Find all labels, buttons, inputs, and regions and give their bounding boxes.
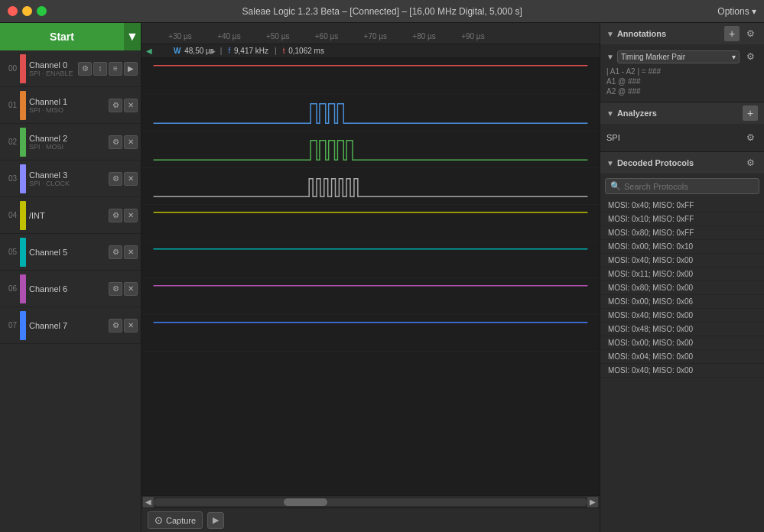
analyzer-item-spi: SPI ⚙ xyxy=(606,127,758,148)
ch-remove-3[interactable]: ✕ xyxy=(124,172,138,186)
scrollbar-thumb[interactable] xyxy=(284,498,327,506)
capture-arrow-button[interactable]: ▶ xyxy=(207,512,224,529)
ch-settings-0[interactable]: ⚙ xyxy=(78,62,92,76)
time-ruler: +30 µs+40 µs+50 µs+60 µs+70 µs+80 µs+90 … xyxy=(141,23,600,44)
search-protocols-input[interactable] xyxy=(624,182,754,191)
channel-name-0: Channel 0 xyxy=(29,60,78,70)
annotations-content: ▼ Timing Marker Pair ▾ ⚙ | A1 - A2 | = #… xyxy=(600,44,764,102)
annotations-collapse-icon[interactable]: ▼ xyxy=(606,30,614,38)
ch-remove-2[interactable]: ✕ xyxy=(124,135,138,149)
waveform-rows xyxy=(141,58,600,495)
scroll-left-btn[interactable]: ◀ xyxy=(143,497,154,508)
channel-name-4: /INT xyxy=(29,211,109,220)
channel-controls-2: ⚙✕ xyxy=(109,135,138,149)
waveform-row-3 xyxy=(141,168,600,205)
waveform-row-6 xyxy=(141,278,600,315)
protocol-item[interactable]: MOSI: 0x40; MISO: 0xFF xyxy=(600,199,764,212)
search-protocols-box[interactable]: 🔍 xyxy=(605,178,759,194)
timing-marker-dropdown[interactable]: Timing Marker Pair ▾ xyxy=(617,50,740,63)
protocol-item[interactable]: MOSI: 0x00; MISO: 0x00 xyxy=(600,336,764,350)
analyzer-gear-button[interactable]: ⚙ xyxy=(743,130,758,145)
channel-controls-7: ⚙✕ xyxy=(109,319,138,332)
waveform-panel: +30 µs+40 µs+50 µs+60 µs+70 µs+80 µs+90 … xyxy=(141,23,600,532)
channel-controls-5: ⚙✕ xyxy=(109,245,138,259)
channel-indicator-3 xyxy=(20,164,26,193)
channel-num-6: 06 xyxy=(3,284,17,293)
protocol-item[interactable]: MOSI: 0x11; MISO: 0x00 xyxy=(600,268,764,281)
capture-label: Capture xyxy=(166,516,196,525)
ch-remove-0[interactable]: ▶ xyxy=(124,62,138,76)
decoded-collapse-icon[interactable]: ▼ xyxy=(606,159,614,167)
channel-num-0: 00 xyxy=(3,64,17,73)
waveform-row-4 xyxy=(141,205,600,242)
ch-btn-b0[interactable]: ↕ xyxy=(93,62,107,76)
protocol-item[interactable]: MOSI: 0x80; MISO: 0x00 xyxy=(600,281,764,295)
ch-settings-6[interactable]: ⚙ xyxy=(109,282,122,296)
minimize-btn[interactable] xyxy=(22,6,32,16)
ch-settings-1[interactable]: ⚙ xyxy=(109,99,122,112)
channel-num-2: 02 xyxy=(3,138,17,146)
ch-settings-7[interactable]: ⚙ xyxy=(109,319,122,332)
close-btn[interactable] xyxy=(8,6,18,16)
decoded-gear-button[interactable]: ⚙ xyxy=(743,155,758,170)
timing-gear-button[interactable]: ⚙ xyxy=(743,49,758,64)
waveform-row-7 xyxy=(141,315,600,352)
channel-name-6: Channel 6 xyxy=(29,284,109,294)
protocol-item[interactable]: MOSI: 0x40; MISO: 0x00 xyxy=(600,254,764,268)
ch-settings-3[interactable]: ⚙ xyxy=(109,172,122,186)
channel-info-5: Channel 5 xyxy=(29,248,109,257)
ch-remove-4[interactable]: ✕ xyxy=(124,209,138,222)
time-marker: +60 µs xyxy=(315,32,339,41)
freq-label: f xyxy=(228,47,230,55)
protocol-item[interactable]: MOSI: 0x00; MISO: 0x06 xyxy=(600,295,764,309)
annotations-section: ▼ Annotations + ⚙ ▼ Timing Marker Pair ▾… xyxy=(600,23,764,102)
titlebar: Saleae Logic 1.2.3 Beta – [Connected] – … xyxy=(0,0,764,23)
filter-icon: ▼ xyxy=(606,53,614,61)
waveform-row-0 xyxy=(141,58,600,95)
channel-num-1: 01 xyxy=(3,101,17,109)
ch-btn-c0[interactable]: ≡ xyxy=(109,62,122,76)
annotations-add-button[interactable]: + xyxy=(724,26,740,41)
ch-remove-6[interactable]: ✕ xyxy=(124,282,138,296)
protocol-item[interactable]: MOSI: 0x10; MISO: 0xFF xyxy=(600,212,764,226)
ch-remove-5[interactable]: ✕ xyxy=(124,245,138,259)
channel-row-2: 02 Channel 2 SPI · MOSI ⚙✕ xyxy=(0,124,141,161)
timing-marker-label: Timing Marker Pair xyxy=(621,53,685,61)
protocol-item[interactable]: MOSI: 0x00; MISO: 0x10 xyxy=(600,240,764,254)
annotations-gear-button[interactable]: ⚙ xyxy=(743,26,758,41)
decoded-content: 🔍 MOSI: 0x40; MISO: 0xFFMOSI: 0x10; MISO… xyxy=(600,174,764,532)
annotations-header: ▼ Annotations + ⚙ xyxy=(600,23,764,44)
waveform-row-2 xyxy=(141,131,600,168)
protocol-item[interactable]: MOSI: 0x80; MISO: 0xFF xyxy=(600,226,764,240)
capture-button[interactable]: ⊙ Capture xyxy=(148,511,203,529)
protocol-item[interactable]: MOSI: 0x40; MISO: 0x00 xyxy=(600,309,764,323)
analyzers-collapse-icon[interactable]: ▼ xyxy=(606,109,614,118)
protocol-item[interactable]: MOSI: 0x48; MISO: 0x00 xyxy=(600,323,764,336)
channel-indicator-1 xyxy=(20,91,26,120)
scroll-right-btn[interactable]: ▶ xyxy=(587,497,598,508)
a2-field: A2 @ ### xyxy=(606,87,758,96)
channel-row-7: 07 Channel 7 ⚙✕ xyxy=(0,307,141,344)
channel-indicator-4 xyxy=(20,201,26,230)
maximize-btn[interactable] xyxy=(37,6,47,16)
channel-num-5: 05 xyxy=(3,248,17,256)
protocol-item[interactable]: MOSI: 0x40; MISO: 0x00 xyxy=(600,364,764,378)
ch-settings-5[interactable]: ⚙ xyxy=(109,245,122,259)
start-button[interactable]: Start xyxy=(0,23,124,50)
channel-panel: Start ▼ 00 Channel 0 SPI · ENABLE ⚙↕≡▶ 0… xyxy=(0,23,141,532)
options-menu[interactable]: Options ▾ xyxy=(717,6,756,17)
time-marker: +30 µs xyxy=(168,32,192,41)
ch-settings-2[interactable]: ⚙ xyxy=(109,135,122,149)
start-arrow-button[interactable]: ▼ xyxy=(124,23,141,50)
analyzers-add-button[interactable]: + xyxy=(743,105,758,121)
channel-indicator-2 xyxy=(20,128,26,157)
window-title: Saleae Logic 1.2.3 Beta – [Connected] – … xyxy=(242,6,522,17)
channel-num-4: 04 xyxy=(3,211,17,219)
ch-remove-7[interactable]: ✕ xyxy=(124,319,138,332)
channel-name-1: Channel 1 xyxy=(29,97,109,106)
horizontal-scrollbar[interactable] xyxy=(154,498,587,506)
ch-settings-4[interactable]: ⚙ xyxy=(109,209,122,222)
decoded-protocols-section: ▼ Decoded Protocols ⚙ 🔍 MOSI: 0x40; MISO… xyxy=(600,152,764,532)
protocol-item[interactable]: MOSI: 0x04; MISO: 0x00 xyxy=(600,350,764,364)
ch-remove-1[interactable]: ✕ xyxy=(124,99,138,112)
